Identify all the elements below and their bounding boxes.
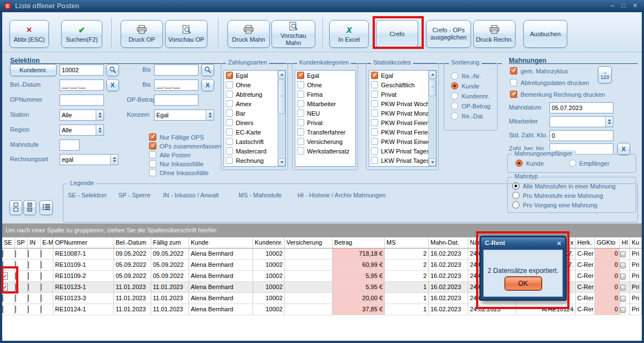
- checkbox-icon[interactable]: [149, 133, 156, 141]
- checkbox-icon[interactable]: [149, 151, 156, 158]
- radio-icon[interactable]: [451, 102, 458, 110]
- checkbox-icon[interactable]: [297, 110, 304, 117]
- checkbox-icon[interactable]: [371, 119, 378, 126]
- toolbar-button-crefo-ops-ausgeglichen[interactable]: Crefo - OPs ausgeglichen: [426, 20, 471, 48]
- checkbox-icon[interactable]: [297, 128, 304, 136]
- selektion-checkbox-4[interactable]: Ohne Inkassofälle: [149, 169, 209, 176]
- cell-hi[interactable]: …: [620, 293, 630, 304]
- std-zahl-kto-input[interactable]: 0: [549, 130, 613, 141]
- cell-hi[interactable]: …: [620, 304, 630, 315]
- toolbar-button-vorschau-mahn[interactable]: Vorschau Mahn: [271, 20, 315, 48]
- listbox-item[interactable]: Werkstattersatz: [295, 146, 355, 156]
- kundennr-bis-input[interactable]: [154, 64, 199, 76]
- checkbox-icon[interactable]: [226, 119, 233, 126]
- scroll-up-icon[interactable]: [429, 71, 436, 78]
- listbox-item[interactable]: Egal: [369, 71, 436, 80]
- cell-hi[interactable]: …: [620, 260, 630, 270]
- checkbox-icon[interactable]: [226, 100, 233, 107]
- cell-sp[interactable]: [15, 304, 28, 315]
- radio-icon[interactable]: [451, 92, 458, 100]
- listbox-item[interactable]: NEU: [295, 108, 355, 118]
- checkbox-icon[interactable]: [149, 160, 156, 167]
- selektion-checkbox-2[interactable]: Alle Posten: [149, 151, 191, 158]
- sp-checkbox[interactable]: [15, 250, 16, 257]
- column-header-Ku[interactable]: Ku: [630, 237, 642, 248]
- rechnungsart-select[interactable]: egal: [60, 154, 118, 165]
- cell-em[interactable]: [41, 304, 53, 315]
- radio-icon[interactable]: [451, 82, 458, 90]
- listbox-item[interactable]: EC-Karte: [224, 127, 285, 137]
- sp-checkbox[interactable]: [15, 295, 16, 302]
- toolbar-button-suchen[interactable]: ✔Suchen(F2): [61, 20, 102, 48]
- listbox-item[interactable]: LKW Privat Tages.: [369, 146, 436, 156]
- checkbox-icon[interactable]: [371, 128, 378, 136]
- cell-em[interactable]: [41, 282, 53, 292]
- spinner-icon[interactable]: [605, 117, 613, 127]
- checkbox-icon[interactable]: [226, 138, 233, 145]
- radio-icon[interactable]: [569, 160, 576, 167]
- scroll-up-icon[interactable]: [278, 71, 285, 78]
- cell-hi[interactable]: …: [620, 248, 630, 259]
- op-betrag-input[interactable]: [154, 95, 199, 106]
- selektion-checkbox-1[interactable]: OPs zusammenfassen: [149, 142, 221, 150]
- checkbox-icon[interactable]: [510, 79, 517, 86]
- spinner-icon[interactable]: [96, 125, 103, 135]
- cell-in[interactable]: [28, 293, 41, 304]
- em-checkbox[interactable]: [41, 284, 42, 291]
- cell-in[interactable]: [28, 282, 41, 292]
- column-header-Kunde[interactable]: Kunde: [189, 237, 253, 248]
- em-checkbox[interactable]: [41, 295, 42, 302]
- view-button-select-none[interactable]: [9, 200, 22, 215]
- in-checkbox[interactable]: [28, 306, 29, 313]
- mitarbeiter-select[interactable]: [549, 116, 613, 127]
- cell-sp[interactable]: [15, 248, 28, 259]
- bel-datum-bis-input[interactable]: __.__.__: [154, 79, 199, 91]
- selektion-checkbox-0[interactable]: Nur Fällige OPS: [149, 133, 204, 141]
- cell-em[interactable]: [41, 293, 53, 304]
- mahnungen-checkbox-0[interactable]: gem. Mahnzyklus: [510, 67, 568, 74]
- in-checkbox[interactable]: [28, 250, 29, 257]
- listbox-item[interactable]: Geschäftlich: [369, 80, 436, 90]
- kundennr-bis-search-button[interactable]: [201, 64, 214, 76]
- cell-se[interactable]: [2, 304, 15, 315]
- sortierung-option-0[interactable]: Re.-Nr.: [451, 72, 481, 79]
- checkbox-icon[interactable]: [297, 119, 304, 126]
- konzern-select[interactable]: Egal: [154, 110, 214, 121]
- in-checkbox[interactable]: [28, 261, 29, 269]
- listbox-item[interactable]: Ohne: [295, 80, 355, 90]
- spinner-icon[interactable]: [96, 110, 103, 120]
- sortierung-option-4[interactable]: Re.-Dat.: [451, 112, 484, 120]
- se-checkbox[interactable]: [2, 306, 3, 313]
- column-header-SE[interactable]: SE: [2, 237, 15, 248]
- listbox-item[interactable]: Egal: [295, 71, 355, 80]
- history-button[interactable]: …: [620, 296, 626, 302]
- checkbox-icon[interactable]: [297, 138, 304, 145]
- checkbox-icon[interactable]: [371, 100, 378, 107]
- column-header-HI[interactable]: HI: [620, 237, 630, 248]
- em-checkbox[interactable]: [41, 250, 42, 257]
- cell-hi[interactable]: …: [620, 271, 630, 281]
- listbox-item[interactable]: PKW Privat Monat: [369, 108, 436, 118]
- cell-sp[interactable]: [15, 293, 28, 304]
- checkbox-icon[interactable]: [297, 81, 304, 88]
- toolbar-button-druck-op[interactable]: Druck OP: [121, 20, 163, 48]
- column-header-OPNummer[interactable]: OPNummer: [53, 237, 114, 248]
- listbox-item[interactable]: PKW Privat Ferienl: [369, 127, 436, 137]
- sortierung-option-1[interactable]: Kunde: [451, 82, 479, 90]
- listbox-item[interactable]: Egal: [224, 71, 285, 80]
- titlebar[interactable]: C Liste offener Posten – □ ×: [0, 0, 644, 12]
- listbox-item[interactable]: Mitarbeiter: [295, 99, 355, 108]
- checkbox-icon[interactable]: [149, 142, 156, 150]
- listbox-item[interactable]: Rechnung: [224, 156, 285, 165]
- column-header-IN[interactable]: IN: [28, 237, 41, 248]
- listbox-item[interactable]: PKW Privat Einwei: [369, 137, 436, 146]
- checkbox-icon[interactable]: [297, 72, 304, 79]
- listbox-item[interactable]: Firma: [295, 90, 355, 99]
- listbox-item[interactable]: Diners: [224, 118, 285, 127]
- bel-datum-input[interactable]: __.__.__: [60, 79, 104, 91]
- cell-in[interactable]: [28, 304, 41, 315]
- checkbox-icon[interactable]: [226, 72, 233, 79]
- history-button[interactable]: …: [620, 262, 626, 269]
- se-checkbox[interactable]: [2, 250, 3, 257]
- cell-se[interactable]: [2, 293, 15, 304]
